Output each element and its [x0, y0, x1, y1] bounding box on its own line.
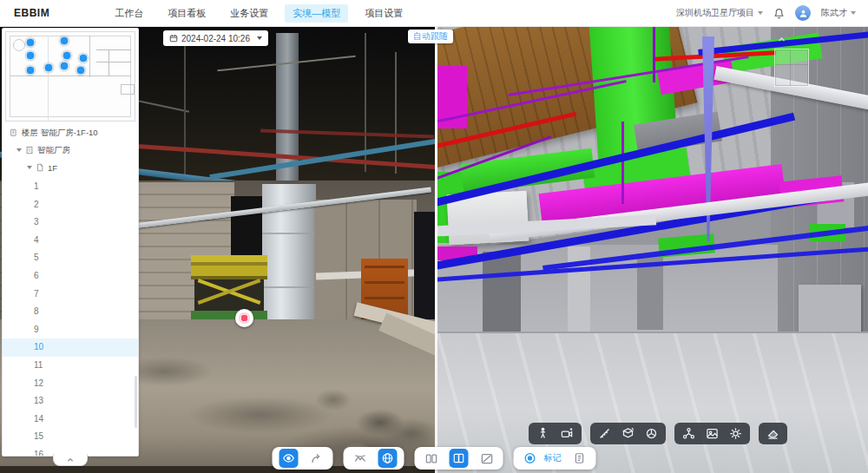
- snapshot-icon[interactable]: [706, 427, 719, 440]
- tree-expand-icon[interactable]: [16, 148, 22, 152]
- floor-point-list: 12345678910111213141516: [3, 178, 138, 457]
- camera-point-dot[interactable]: [43, 62, 53, 72]
- chevron-up-icon: [67, 457, 74, 463]
- floor-point-item[interactable]: 8: [3, 303, 138, 321]
- panorama-mode-button[interactable]: [351, 449, 370, 468]
- photo-panel[interactable]: 2024-02-24 10:26: [0, 26, 435, 473]
- floor-point-item[interactable]: 14: [3, 411, 138, 429]
- target-icon: [523, 451, 537, 465]
- viewcube[interactable]: [774, 49, 809, 87]
- floor-point-item[interactable]: 15: [3, 428, 138, 446]
- camera-point-dot[interactable]: [26, 65, 36, 75]
- panel-divider[interactable]: [435, 26, 437, 473]
- tree-floor-label: 1F: [48, 163, 57, 173]
- model-toolbar-navigation-group: [529, 423, 582, 444]
- mark-button[interactable]: [521, 449, 540, 468]
- floor-point-item[interactable]: 7: [3, 286, 138, 304]
- chevron-down-icon: [257, 36, 262, 40]
- split-compare-button[interactable]: [450, 449, 469, 468]
- single-pane-button[interactable]: [422, 449, 441, 468]
- walk-mode-icon[interactable]: [536, 427, 549, 440]
- tree-floor-item[interactable]: 1F: [3, 159, 138, 176]
- username: 陈武才: [821, 8, 847, 17]
- model-toolbar-eraser-group: [759, 423, 787, 444]
- visibility-button[interactable]: [279, 449, 299, 468]
- eraser-icon[interactable]: [766, 427, 779, 440]
- viewpoint-camera-icon[interactable]: [560, 427, 574, 440]
- tree-building-label: 智能厂房: [37, 145, 70, 156]
- panorama-icon: [353, 452, 366, 465]
- nav-tab-workbench[interactable]: 工作台: [107, 4, 151, 23]
- toolbar-viewmode-group: [344, 447, 404, 470]
- sidebar-collapse-handle[interactable]: [53, 454, 88, 466]
- chevron-down-icon: [851, 11, 856, 15]
- mark-label: 标记: [544, 452, 562, 464]
- location-sidebar: 楼层 智能厂房-1F-10 智能厂房 1F 123456789101112131…: [2, 28, 139, 457]
- floor-point-item[interactable]: 2: [3, 196, 138, 214]
- share-arrow-icon: [310, 452, 323, 465]
- top-navbar: EBBIM 工作台 项目看板 业务设置 实境—模型 项目设置 深圳机场卫星厅项目…: [0, 0, 868, 27]
- auto-follow-label: 自动跟随: [413, 30, 448, 43]
- model-toolbar-measure-group: [590, 423, 666, 444]
- floor-point-item[interactable]: 5: [3, 249, 138, 267]
- nav-tab-reality-model[interactable]: 实境—模型: [285, 4, 348, 23]
- floor-point-item[interactable]: 10: [3, 338, 138, 357]
- viewcube-home-arrow[interactable]: [778, 36, 786, 43]
- floor-point-item[interactable]: 12: [3, 375, 138, 393]
- app-logo: EBBIM: [0, 7, 49, 19]
- share-button[interactable]: [307, 449, 326, 468]
- bottom-toolbar: 标记: [273, 447, 596, 470]
- notes-button[interactable]: [570, 449, 589, 468]
- camera-point-dot[interactable]: [76, 65, 85, 75]
- tree-root-item[interactable]: 楼层 智能厂房-1F-10: [3, 124, 138, 141]
- avatar[interactable]: [795, 5, 811, 21]
- camera-point-dot[interactable]: [26, 50, 36, 60]
- swipe-compare-button[interactable]: [477, 449, 496, 468]
- hotspot-marker[interactable]: [235, 309, 253, 327]
- measure-icon[interactable]: [598, 427, 611, 440]
- nav-tab-project-settings[interactable]: 项目设置: [357, 4, 411, 23]
- nav-tab-project-board[interactable]: 项目看板: [160, 4, 214, 23]
- calendar-icon: [169, 34, 178, 43]
- model-panel[interactable]: [437, 26, 868, 473]
- floor-point-item[interactable]: 13: [3, 392, 138, 411]
- tree-building-item[interactable]: 智能厂房: [3, 141, 138, 159]
- split-view-icon: [453, 452, 465, 464]
- split-compare-view: 2024-02-24 10:26: [0, 26, 868, 473]
- settings-gear-icon[interactable]: [729, 427, 742, 440]
- toolbar-visibility-group: [273, 447, 333, 470]
- floor-point-item[interactable]: 1: [3, 178, 138, 196]
- floor-point-item[interactable]: 9: [3, 321, 138, 339]
- main-nav: 工作台 项目看板 业务设置 实境—模型 项目设置: [107, 4, 411, 23]
- section-box-icon[interactable]: [621, 427, 635, 440]
- model-3d-mode-button[interactable]: [378, 449, 398, 468]
- tree-expand-icon[interactable]: [27, 166, 32, 169]
- camera-point-dot[interactable]: [26, 38, 36, 48]
- camera-point-dot[interactable]: [62, 50, 71, 60]
- model-toolbar: [529, 423, 787, 444]
- notes-icon: [574, 452, 586, 464]
- auto-follow-toggle[interactable]: 自动跟随: [408, 30, 453, 43]
- model-tree-icon[interactable]: [682, 427, 695, 440]
- sphere-3d-icon: [382, 452, 394, 464]
- sidebar-scrollbar[interactable]: [135, 376, 137, 428]
- camera-point-dot[interactable]: [78, 53, 88, 62]
- floor-point-item[interactable]: 6: [3, 267, 138, 286]
- project-selector[interactable]: 深圳机场卫星厅项目: [676, 7, 763, 19]
- camera-point-dot[interactable]: [59, 61, 69, 70]
- camera-point-dot[interactable]: [59, 36, 69, 46]
- floorplan-thumbnail[interactable]: [5, 31, 135, 122]
- floor-point-item[interactable]: 4: [3, 232, 138, 250]
- nav-tab-business-settings[interactable]: 业务设置: [222, 4, 276, 23]
- capture-date-selector[interactable]: 2024-02-24 10:26: [163, 30, 268, 46]
- diagonal-split-icon: [480, 452, 493, 465]
- floor-doc-icon: [36, 163, 44, 172]
- bell-icon[interactable]: [773, 8, 785, 19]
- chevron-down-icon: [758, 11, 763, 15]
- floor-point-item[interactable]: 3: [3, 214, 138, 232]
- tree-root-label: 楼层 智能厂房-1F-10: [22, 128, 98, 139]
- user-menu[interactable]: 陈武才: [821, 7, 856, 19]
- floor-point-item[interactable]: 11: [3, 357, 138, 375]
- user-icon: [799, 9, 808, 18]
- explode-view-icon[interactable]: [645, 427, 658, 440]
